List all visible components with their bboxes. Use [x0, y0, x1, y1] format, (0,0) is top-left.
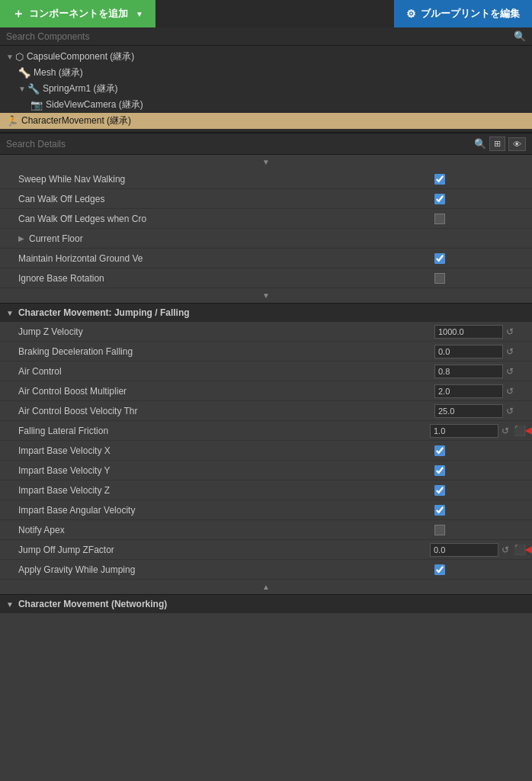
prop-braking-decel-falling: Braking Deceleration Falling ↺	[0, 342, 532, 362]
sweep-nav-walking-label: Sweep While Nav Walking	[18, 174, 434, 185]
apply-gravity-while-jumping-control	[434, 564, 526, 575]
section-jumping-falling-label: Character Movement: Jumping / Falling	[18, 307, 190, 318]
jump-off-jump-zfactor-input[interactable]	[430, 543, 498, 557]
falling-lateral-friction-reset[interactable]: ↺	[500, 426, 511, 436]
search-components-input[interactable]	[6, 31, 509, 42]
prop-impart-base-vel-z: Impart Base Velocity Z	[0, 480, 532, 500]
tree-item-springarm[interactable]: ▼ 🔧 SpringArm1 (継承)	[0, 81, 532, 97]
section-networking-arrow: ▼	[6, 600, 14, 609]
prop-apply-gravity-while-jumping: Apply Gravity While Jumping	[0, 560, 532, 580]
current-floor-label: Current Floor	[29, 233, 526, 244]
search-components-bar: 🔍	[0, 27, 532, 46]
sweep-nav-walking-checkbox[interactable]	[434, 174, 445, 185]
air-control-boost-vel-thr-control: ↺	[434, 404, 526, 418]
air-control-input[interactable]	[434, 365, 503, 378]
prop-sweep-nav-walking: Sweep While Nav Walking	[0, 169, 532, 189]
scroll-down-arrow: ▼	[262, 291, 270, 300]
impart-base-vel-z-checkbox[interactable]	[434, 485, 445, 496]
braking-decel-falling-control: ↺	[434, 345, 526, 358]
braking-decel-falling-reset[interactable]: ↺	[505, 346, 515, 357]
edit-blueprint-label: ブループリントを編集	[421, 7, 520, 21]
details-icons: 🔍 ⊞ 👁	[474, 137, 526, 151]
maintain-horiz-checkbox[interactable]	[434, 253, 445, 264]
prop-ignore-base-rotation: Ignore Base Rotation	[0, 268, 532, 288]
prop-falling-lateral-friction: Falling Lateral Friction ↺ ⬛	[0, 421, 532, 441]
current-floor-arrow: ▶	[18, 234, 24, 243]
can-walk-off-ledges-checkbox[interactable]	[434, 194, 445, 204]
properties-panel: ▼ Sweep While Nav Walking Can Walk Off L…	[0, 155, 532, 613]
jump-z-velocity-reset[interactable]: ↺	[505, 326, 515, 337]
scroll-up-icon-bottom: ▲	[262, 583, 270, 591]
prop-impart-base-angular-vel: Impart Base Angular Velocity	[0, 500, 532, 520]
prop-air-control: Air Control ↺	[0, 362, 532, 381]
tree-item-charmovement[interactable]: 🏃 CharacterMovement (継承)	[0, 113, 532, 129]
impart-base-vel-x-checkbox[interactable]	[434, 445, 445, 456]
eye-button[interactable]: 👁	[508, 137, 526, 151]
air-control-boost-mult-reset[interactable]: ↺	[505, 386, 515, 397]
capsule-icon: ⬡	[15, 51, 24, 63]
falling-lateral-friction-input[interactable]	[430, 424, 498, 438]
tree-item-capsule[interactable]: ▼ ⬡ CapsuleComponent (継承)	[0, 49, 532, 65]
scroll-indicator-mid: ▼	[0, 288, 532, 303]
falling-lateral-friction-reset-icon: ⬛	[514, 425, 526, 436]
search-details-bar: 🔍 ⊞ 👁	[0, 133, 532, 155]
edit-blueprint-button[interactable]: ⚙ ブループリントを編集	[394, 0, 532, 27]
prop-air-control-boost-vel-thr: Air Control Boost Velocity Thr ↺	[0, 401, 532, 421]
air-control-boost-mult-input[interactable]	[434, 384, 503, 398]
apply-gravity-while-jumping-checkbox[interactable]	[434, 564, 445, 575]
impart-base-vel-y-control	[434, 465, 526, 476]
notify-apex-checkbox[interactable]	[434, 525, 445, 535]
air-control-reset[interactable]: ↺	[505, 366, 515, 377]
jumping-falling-rows: Jump Z Velocity ↺ Braking Deceleration F…	[0, 322, 532, 580]
prop-impart-base-vel-x: Impart Base Velocity X	[0, 441, 532, 461]
mesh-icon: 🦴	[18, 67, 30, 79]
search-details-icon: 🔍	[474, 138, 486, 149]
can-walk-off-ledges-control	[434, 194, 526, 204]
add-component-button[interactable]: ＋ コンポーネントを追加 ▼	[0, 0, 155, 27]
prop-jump-off-jump-zfactor: Jump Off Jump ZFactor ↺ ⬛	[0, 540, 532, 560]
can-walk-off-ledges-label: Can Walk Off Ledges	[18, 194, 434, 204]
can-walk-off-ledges-cro-checkbox[interactable]	[434, 214, 445, 224]
maintain-horiz-control	[434, 253, 526, 264]
tree-item-mesh[interactable]: 🦴 Mesh (継承)	[0, 65, 532, 81]
search-details-input[interactable]	[6, 139, 470, 149]
scroll-indicator-top: ▼	[0, 155, 532, 169]
charmovement-label: CharacterMovement (継承)	[21, 114, 131, 127]
prop-jump-z-velocity: Jump Z Velocity ↺	[0, 322, 532, 342]
section-jumping-falling[interactable]: ▼ Character Movement: Jumping / Falling	[0, 303, 532, 322]
section-networking[interactable]: ▼ Character Movement (Networking)	[0, 594, 532, 613]
impart-base-vel-z-label: Impart Base Velocity Z	[18, 485, 434, 496]
add-component-label: コンポーネントを追加	[29, 7, 128, 21]
air-control-boost-vel-thr-reset[interactable]: ↺	[505, 406, 515, 416]
jump-z-velocity-input[interactable]	[434, 325, 503, 339]
camera-label: SideViewCamera (継承)	[46, 98, 143, 111]
prop-air-control-boost-mult: Air Control Boost Multiplier ↺	[0, 381, 532, 401]
tree-arrow-capsule: ▼	[6, 53, 14, 61]
braking-decel-falling-label: Braking Deceleration Falling	[18, 346, 434, 357]
impart-base-vel-x-control	[434, 445, 526, 456]
braking-decel-falling-input[interactable]	[434, 345, 503, 358]
impart-base-vel-z-control	[434, 485, 526, 496]
toolbar: ＋ コンポーネントを追加 ▼ ⚙ ブループリントを編集	[0, 0, 532, 27]
ignore-base-rotation-checkbox[interactable]	[434, 273, 445, 284]
chevron-down-icon: ▼	[136, 10, 143, 18]
section-jumping-falling-arrow: ▼	[6, 309, 14, 317]
jump-off-jump-zfactor-reset[interactable]: ↺	[500, 545, 511, 555]
prop-current-floor[interactable]: ▶ Current Floor	[0, 229, 532, 249]
gear-icon: ⚙	[406, 8, 416, 20]
springarm-label: SpringArm1 (継承)	[43, 82, 118, 95]
air-control-boost-mult-control: ↺	[434, 384, 526, 398]
tree-item-camera[interactable]: 📷 SideViewCamera (継承)	[0, 97, 532, 113]
impart-base-angular-vel-checkbox[interactable]	[434, 505, 445, 516]
air-control-boost-vel-thr-input[interactable]	[434, 404, 503, 418]
plus-icon: ＋	[12, 6, 24, 22]
mesh-label: Mesh (継承)	[34, 66, 83, 79]
movement-icon: 🏃	[6, 115, 18, 127]
component-tree: ▼ ⬡ CapsuleComponent (継承) 🦴 Mesh (継承) ▼ …	[0, 46, 532, 133]
grid-view-button[interactable]: ⊞	[489, 137, 505, 151]
impart-base-vel-y-checkbox[interactable]	[434, 465, 445, 476]
jump-z-velocity-control: ↺	[434, 325, 526, 339]
search-icon: 🔍	[514, 31, 526, 42]
ignore-base-rotation-control	[434, 273, 526, 284]
sweep-nav-walking-control	[434, 174, 526, 185]
